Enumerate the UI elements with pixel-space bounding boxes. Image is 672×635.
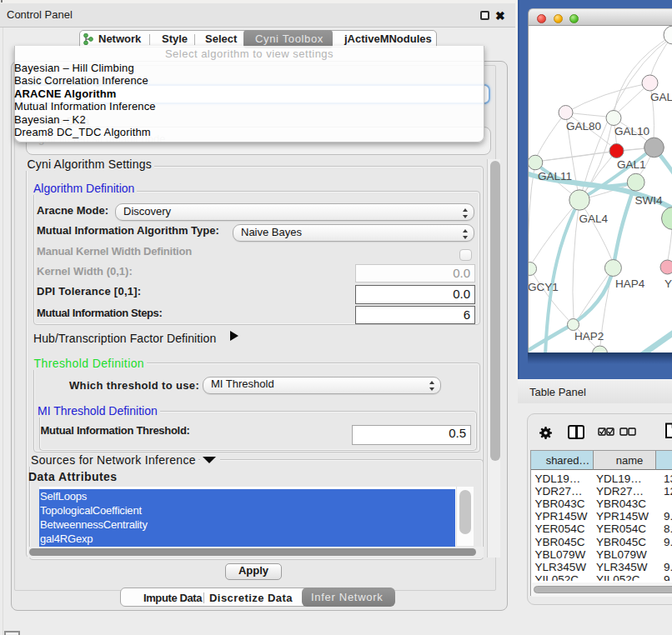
svg-text:HAP4: HAP4 — [615, 278, 645, 290]
svg-text:GAL80: GAL80 — [566, 120, 601, 132]
svg-text:GAL1: GAL1 — [617, 158, 646, 171]
svg-text:GCY1: GCY1 — [529, 281, 559, 293]
svg-text:HAP2: HAP2 — [574, 330, 604, 342]
svg-text:SWI4: SWI4 — [634, 194, 662, 207]
svg-text:YM: YM — [664, 278, 672, 290]
svg-text:GAL11: GAL11 — [538, 170, 572, 182]
svg-text:GAL7: GAL7 — [650, 91, 672, 103]
svg-text:GAL4: GAL4 — [579, 212, 609, 225]
svg-text:GAL10: GAL10 — [614, 125, 649, 138]
